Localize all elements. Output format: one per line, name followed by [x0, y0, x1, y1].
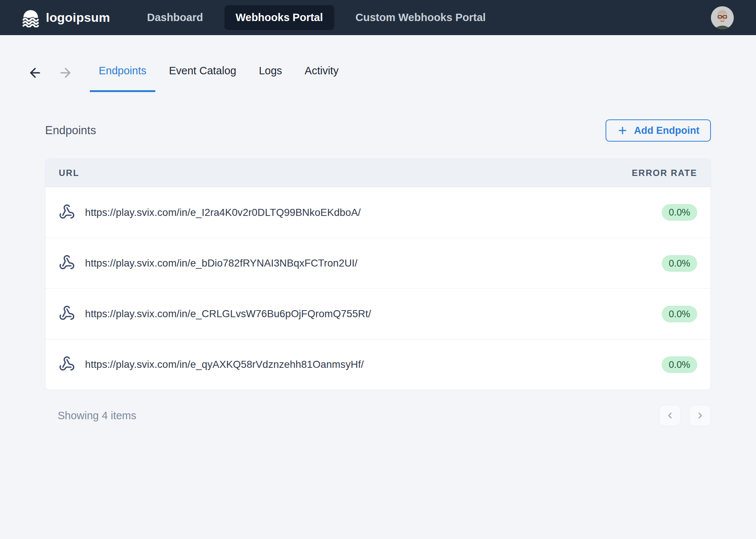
tab-list: Endpoints Event Catalog Logs Activity: [90, 65, 348, 92]
error-rate-badge: 0.0%: [662, 255, 697, 272]
chevron-left-icon: [665, 411, 675, 420]
table-row[interactable]: https://play.svix.com/in/e_bDio782fRYNAI…: [45, 238, 711, 288]
table-row[interactable]: https://play.svix.com/in/e_CRLGLvsW76Bu6…: [45, 288, 711, 339]
nav-item-webhooks-portal[interactable]: Webhooks Portal: [224, 5, 334, 30]
arrow-right-icon: [58, 65, 73, 80]
page-title: Endpoints: [45, 124, 96, 137]
webhook-icon: [59, 254, 75, 272]
endpoint-url: https://play.svix.com/in/e_qyAXKQ58rVdzn…: [85, 359, 364, 370]
tab-logs[interactable]: Logs: [250, 65, 291, 92]
column-header-error-rate: ERROR RATE: [632, 168, 697, 178]
table-footer: Showing 4 items: [45, 405, 711, 426]
add-endpoint-button[interactable]: Add Endpoint: [606, 119, 711, 142]
nav-item-dashboard[interactable]: Dashboard: [147, 11, 203, 24]
showing-items-text: Showing 4 items: [58, 410, 136, 422]
error-rate-badge: 0.0%: [662, 306, 697, 322]
error-rate-badge: 0.0%: [662, 204, 697, 221]
add-endpoint-label: Add Endpoint: [634, 125, 699, 136]
endpoints-table: URL ERROR RATE https://play.svix.com/in/…: [45, 159, 711, 390]
top-navbar: logoipsum Dashboard Webhooks Portal Cust…: [0, 0, 756, 35]
next-page-button[interactable]: [689, 405, 711, 426]
pagination: [659, 405, 711, 426]
main-content: Endpoints Add Endpoint URL ERROR RATE ht…: [0, 119, 756, 426]
top-nav-items: Dashboard Webhooks Portal Custom Webhook…: [147, 5, 486, 30]
logo-icon: [21, 8, 40, 27]
user-avatar[interactable]: [711, 6, 734, 29]
endpoint-url: https://play.svix.com/in/e_CRLGLvsW76Bu6…: [85, 308, 371, 320]
arrow-left-icon: [28, 65, 43, 80]
webhook-icon: [59, 305, 75, 323]
endpoint-url: https://play.svix.com/in/e_I2ra4K0v2r0DL…: [85, 207, 361, 218]
brand-logo[interactable]: logoipsum: [21, 8, 110, 27]
table-header-row: URL ERROR RATE: [45, 159, 711, 187]
forward-arrow-button[interactable]: [58, 65, 73, 81]
error-rate-badge: 0.0%: [662, 356, 697, 373]
webhook-icon: [59, 356, 75, 373]
tab-activity[interactable]: Activity: [296, 65, 348, 92]
tabs-bar: Endpoints Event Catalog Logs Activity: [0, 35, 756, 92]
table-row[interactable]: https://play.svix.com/in/e_qyAXKQ58rVdzn…: [45, 339, 711, 390]
table-row[interactable]: https://play.svix.com/in/e_I2ra4K0v2r0DL…: [45, 187, 711, 238]
back-arrow-button[interactable]: [28, 65, 43, 81]
column-header-url: URL: [59, 168, 79, 178]
endpoint-url: https://play.svix.com/in/e_bDio782fRYNAI…: [85, 257, 357, 269]
nav-item-custom-webhooks-portal[interactable]: Custom Webhooks Portal: [356, 11, 486, 24]
chevron-right-icon: [695, 411, 705, 420]
logo-text: logoipsum: [46, 10, 110, 25]
tab-event-catalog[interactable]: Event Catalog: [160, 65, 245, 92]
webhook-icon: [59, 204, 75, 221]
tab-endpoints[interactable]: Endpoints: [90, 65, 155, 92]
plus-icon: [617, 125, 628, 136]
previous-page-button[interactable]: [659, 405, 681, 426]
